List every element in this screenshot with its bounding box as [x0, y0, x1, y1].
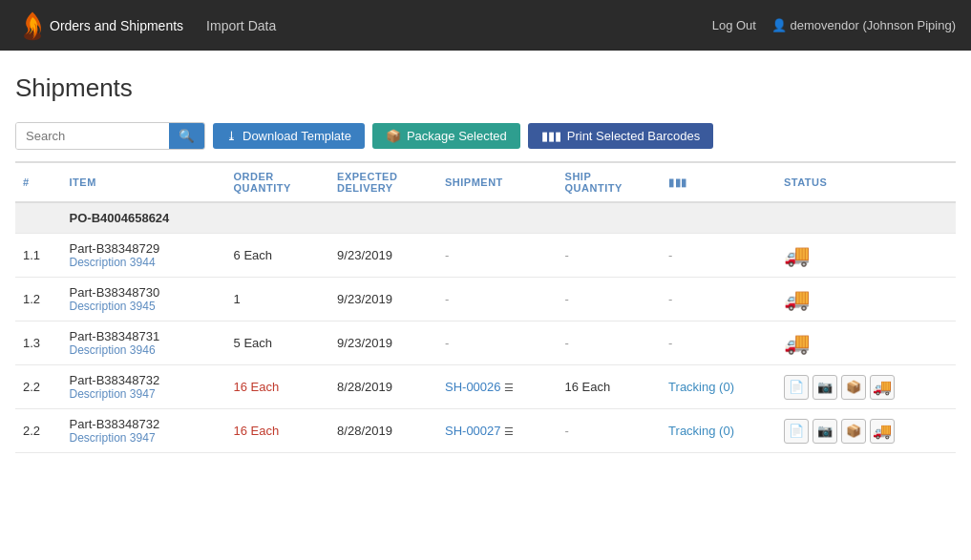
row-item: Part-B38348730 Description 3945: [62, 278, 226, 321]
table-wrapper: # ITEM ORDERQUANTITY EXPECTEDDELIVERY SH…: [15, 161, 956, 453]
row-ship-qty: -: [558, 409, 662, 453]
row-num: 1.2: [15, 278, 62, 321]
document-icon[interactable]: 📄: [784, 375, 809, 400]
shipment-link[interactable]: SH-00027: [445, 424, 501, 438]
row-status: 📄 📷 📦 🚚: [776, 409, 956, 453]
item-desc: Description 3947: [70, 387, 219, 401]
row-item: Part-B38348729 Description 3944: [62, 234, 226, 278]
row-barcode: -: [661, 234, 776, 278]
shipment-link[interactable]: SH-00026: [445, 380, 501, 394]
table-row: 1.1 Part-B38348729 Description 3944 6 Ea…: [15, 234, 956, 278]
row-status: 🚚: [776, 278, 956, 321]
col-ship-qty: SHIPQUANTITY: [558, 162, 662, 202]
search-icon: 🔍: [179, 129, 195, 143]
row-item: Part-B38348732 Description 3947: [62, 409, 226, 453]
truck-orange-icon: 🚚: [784, 287, 810, 311]
row-barcode: -: [661, 321, 776, 365]
item-name: Part-B38348732: [70, 417, 219, 431]
nav-import-data[interactable]: Import Data: [206, 18, 276, 33]
print-barcodes-label: Print Selected Barcodes: [567, 129, 700, 143]
row-order-qty: 1: [226, 278, 330, 321]
item-desc: Description 3947: [70, 431, 219, 445]
search-wrapper: 🔍: [15, 122, 205, 150]
col-shipment: SHIPMENT: [437, 162, 558, 202]
truck-action-icon[interactable]: 🚚: [870, 375, 895, 400]
row-expected-delivery: 8/28/2019: [329, 409, 437, 453]
row-item: Part-B38348732 Description 3947: [62, 365, 226, 409]
image-icon[interactable]: 📷: [813, 375, 837, 400]
truck-orange-icon: 🚚: [784, 331, 810, 355]
list-icon: ☰: [504, 425, 514, 437]
download-icon: ⤓: [226, 129, 237, 143]
group-header-row: PO-B4004658624: [15, 202, 956, 234]
item-desc: Description 3946: [70, 343, 219, 357]
row-tracking-link[interactable]: Tracking (0): [661, 365, 776, 409]
user-info: 👤 demovendor (Johnson Piping): [771, 18, 956, 32]
row-num: 1.3: [15, 321, 62, 365]
logout-button[interactable]: Log Out: [712, 18, 756, 32]
item-name: Part-B38348730: [70, 285, 219, 300]
col-order-qty: ORDERQUANTITY: [226, 162, 330, 202]
row-order-qty: 16 Each: [226, 409, 330, 453]
action-icons: 📄 📷 📦 🚚: [784, 375, 948, 400]
col-expected-delivery: EXPECTEDDELIVERY: [329, 162, 437, 202]
group-header-label: PO-B4004658624: [62, 202, 226, 234]
user-label: demovendor (Johnson Piping): [791, 18, 956, 32]
image-icon[interactable]: 📷: [813, 419, 837, 444]
col-item: ITEM: [62, 162, 226, 202]
box-icon[interactable]: 📦: [841, 375, 866, 400]
print-barcodes-button[interactable]: ▮▮▮ Print Selected Barcodes: [528, 123, 713, 149]
navbar: Orders and Shipments Import Data Log Out…: [0, 0, 971, 51]
row-ship-qty: -: [558, 321, 662, 365]
page-content: Shipments 🔍 ⤓ Download Template 📦 Packag…: [0, 51, 971, 453]
row-num: 2.2: [15, 365, 62, 409]
package-icon: 📦: [386, 129, 401, 143]
toolbar: 🔍 ⤓ Download Template 📦 Package Selected…: [15, 122, 956, 150]
user-icon: 👤: [771, 18, 787, 32]
row-shipment: -: [437, 234, 558, 278]
navbar-links: Orders and Shipments Import Data: [50, 18, 712, 33]
search-input[interactable]: [16, 123, 169, 149]
table-row: 1.3 Part-B38348731 Description 3946 5 Ea…: [15, 321, 956, 365]
row-num: 1.1: [15, 234, 62, 278]
table-row: 2.2 Part-B38348732 Description 3947 16 E…: [15, 409, 956, 453]
box-icon[interactable]: 📦: [841, 419, 866, 444]
row-ship-qty: -: [558, 234, 662, 278]
item-desc: Description 3944: [70, 256, 219, 269]
package-selected-label: Package Selected: [407, 129, 507, 143]
table-row: 2.2 Part-B38348732 Description 3947 16 E…: [15, 365, 956, 409]
tracking-link[interactable]: Tracking (0): [668, 424, 734, 438]
row-item: Part-B38348731 Description 3946: [62, 321, 226, 365]
row-shipment: -: [437, 278, 558, 321]
tracking-link[interactable]: Tracking (0): [668, 380, 734, 394]
truck-action-icon[interactable]: 🚚: [870, 419, 895, 444]
row-ship-qty: 16 Each: [558, 365, 662, 409]
row-order-qty: 5 Each: [226, 321, 330, 365]
group-header-num: [15, 202, 62, 234]
search-button[interactable]: 🔍: [169, 123, 204, 149]
navbar-right: Log Out 👤 demovendor (Johnson Piping): [712, 18, 956, 32]
svg-point-0: [24, 31, 41, 40]
table-body: PO-B4004658624 1.1 Part-B38348729 Descri…: [15, 202, 956, 453]
row-order-qty: 16 Each: [226, 365, 330, 409]
row-order-qty: 6 Each: [226, 234, 330, 278]
col-status: STATUS: [776, 162, 956, 202]
logo-icon: [15, 9, 50, 43]
document-icon[interactable]: 📄: [784, 419, 809, 444]
item-name: Part-B38348729: [70, 241, 219, 256]
nav-orders-shipments[interactable]: Orders and Shipments: [50, 18, 183, 33]
row-shipment: SH-00026 ☰: [437, 365, 558, 409]
table-header: # ITEM ORDERQUANTITY EXPECTEDDELIVERY SH…: [15, 162, 956, 202]
barcode-btn-icon: ▮▮▮: [541, 129, 561, 143]
col-barcode: ▮▮▮: [661, 162, 776, 202]
row-barcode: -: [661, 278, 776, 321]
package-selected-button[interactable]: 📦 Package Selected: [372, 123, 520, 149]
row-tracking-link[interactable]: Tracking (0): [661, 409, 776, 453]
row-expected-delivery: 8/28/2019: [329, 365, 437, 409]
row-ship-qty: -: [558, 278, 662, 321]
item-name: Part-B38348732: [70, 373, 219, 387]
download-template-button[interactable]: ⤓ Download Template: [213, 123, 365, 149]
col-num: #: [15, 162, 62, 202]
row-expected-delivery: 9/23/2019: [329, 278, 437, 321]
table-row: 1.2 Part-B38348730 Description 3945 1 9/…: [15, 278, 956, 321]
